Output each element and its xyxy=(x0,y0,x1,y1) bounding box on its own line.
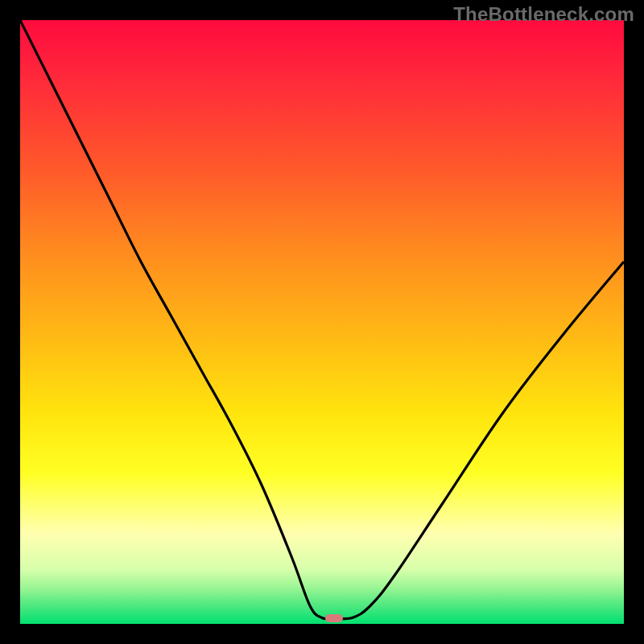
plot-area xyxy=(20,20,624,624)
watermark-text: TheBottleneck.com xyxy=(453,3,634,26)
chart-frame: TheBottleneck.com xyxy=(0,0,644,644)
bottleneck-curve xyxy=(20,20,624,624)
minimum-marker xyxy=(325,614,343,622)
curve-path xyxy=(20,20,624,619)
